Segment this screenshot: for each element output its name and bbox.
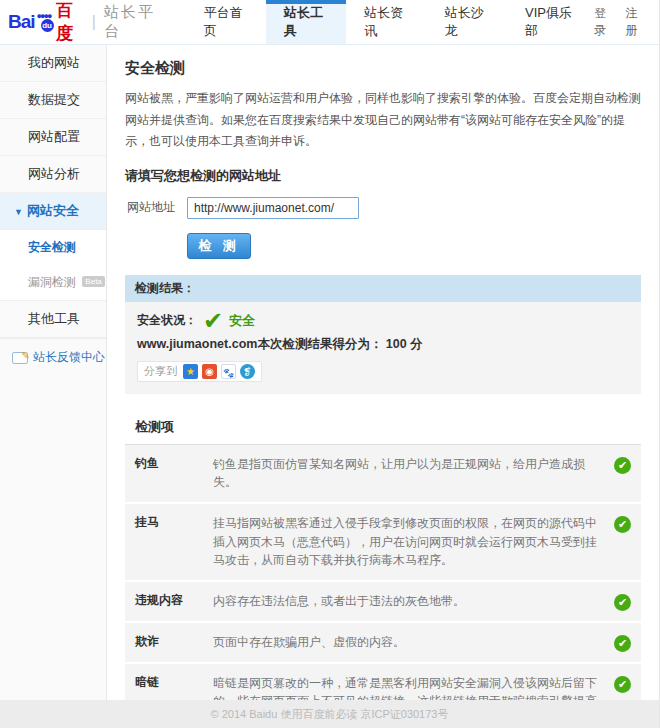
- score-text: www.jiumaonet.com本次检测结果得分为： 100 分: [137, 336, 629, 353]
- feedback-mail-icon: [12, 352, 28, 364]
- sidebar-item-data-submit[interactable]: 数据提交: [0, 82, 106, 119]
- nav-vip-club[interactable]: VIP俱乐部: [507, 0, 594, 44]
- top-header: Bai ●●●● du 百度 | 站长平台 平台首页 站长工具 站长资讯 站长沙…: [0, 0, 659, 45]
- check-row-hidden-links: 暗链 暗链是网页篡改的一种，通常是黑客利用网站安全漏洞入侵该网站后留下的一些在网…: [125, 664, 641, 700]
- register-link[interactable]: 注册: [626, 5, 647, 39]
- check-button[interactable]: 检 测: [187, 233, 251, 259]
- login-link[interactable]: 登录: [594, 5, 615, 39]
- pass-check-icon: ✔: [614, 635, 631, 652]
- footer-copyright: © 2014 Baidu 使用百度前必读 京ICP证030173号: [0, 700, 659, 728]
- sidebar-item-other-tools[interactable]: 其他工具: [0, 300, 106, 338]
- page: Bai ●●●● du 百度 | 站长平台 平台首页 站长工具 站长资讯 站长沙…: [0, 0, 660, 728]
- form-heading: 请填写您想检测的网站地址: [125, 167, 641, 185]
- sidebar-item-vuln-check[interactable]: 漏洞检测 Beta: [0, 265, 106, 300]
- url-label: 网站地址: [127, 199, 187, 216]
- share-qzone-icon[interactable]: [183, 364, 198, 379]
- page-title: 安全检测: [125, 59, 641, 78]
- sidebar-feedback-center[interactable]: 站长反馈中心: [0, 338, 106, 376]
- caret-down-icon: ▼: [14, 207, 23, 217]
- nav-platform-home[interactable]: 平台首页: [186, 0, 266, 44]
- intro-text: 网站被黑，严重影响了网站运营和用户体验，同样也影响了搜索引擎的体验。百度会定期自…: [125, 88, 641, 153]
- logo-text-bai: Bai: [8, 11, 35, 33]
- sidebar-item-my-sites[interactable]: 我的网站: [0, 45, 106, 82]
- status-label: 安全状况：: [137, 312, 197, 329]
- sidebar-item-site-config[interactable]: 网站配置: [0, 119, 106, 156]
- beta-badge: Beta: [82, 276, 104, 287]
- share-tieba-icon[interactable]: [221, 364, 236, 379]
- sidebar-group-site-security[interactable]: ▼网站安全: [0, 193, 106, 230]
- nav-webmaster-tools[interactable]: 站长工具: [266, 0, 346, 44]
- nav-webmaster-news[interactable]: 站长资讯: [346, 0, 426, 44]
- url-input[interactable]: [187, 197, 359, 219]
- share-label: 分享到: [144, 364, 177, 379]
- main-nav: 平台首页 站长工具 站长资讯 站长沙龙 VIP俱乐部: [186, 0, 594, 44]
- pass-check-icon: ✔: [614, 594, 631, 611]
- logo-platform-label: 站长平台: [104, 3, 164, 41]
- pass-check-icon: ✔: [614, 516, 631, 533]
- sidebar-item-security-check[interactable]: 安全检测: [0, 230, 106, 265]
- check-row-phishing: 钓鱼 钓鱼是指页面仿冒某知名网站，让用户以为是正规网站，给用户造成损失。 ✔: [125, 445, 641, 504]
- sidebar-subgroup: 安全检测 漏洞检测 Beta: [0, 230, 106, 300]
- baidu-paw-icon: ●●●● du: [36, 11, 55, 33]
- logo-separator: |: [92, 13, 96, 31]
- share-bar: 分享到: [137, 361, 262, 382]
- share-friend-icon[interactable]: [240, 364, 255, 379]
- result-header: 检测结果：: [125, 275, 641, 302]
- sidebar-item-site-analysis[interactable]: 网站分析: [0, 156, 106, 193]
- pass-check-icon: ✔: [614, 676, 631, 693]
- check-row-trojan: 挂马 挂马指网站被黑客通过入侵手段拿到修改页面的权限，在网页的源代码中插入网页木…: [125, 504, 641, 582]
- sidebar: 我的网站 数据提交 网站配置 网站分析 ▼网站安全 安全检测 漏洞检测 Beta…: [0, 45, 107, 700]
- safe-check-icon: ✔: [203, 312, 223, 330]
- status-value: 安全: [229, 312, 255, 330]
- logo-text-baidu-cn: 百度: [56, 0, 86, 45]
- check-row-illegal-content: 违规内容 内容存在违法信息，或者出于违法的灰色地带。 ✔: [125, 582, 641, 623]
- share-weibo-icon[interactable]: [202, 364, 217, 379]
- nav-webmaster-salon[interactable]: 站长沙龙: [427, 0, 507, 44]
- result-body: 安全状况： ✔ 安全 www.jiumaonet.com本次检测结果得分为： 1…: [125, 302, 641, 394]
- baidu-logo[interactable]: Bai ●●●● du 百度 | 站长平台: [0, 0, 174, 44]
- pass-check-icon: ✔: [614, 457, 631, 474]
- check-items-header: 检测项: [125, 410, 641, 445]
- main-content: 安全检测 网站被黑，严重影响了网站运营和用户体验，同样也影响了搜索引擎的体验。百…: [107, 45, 659, 700]
- check-row-fraud: 欺诈 页面中存在欺骗用户、虚假的内容。 ✔: [125, 623, 641, 664]
- auth-links: 登录 注册: [594, 0, 659, 44]
